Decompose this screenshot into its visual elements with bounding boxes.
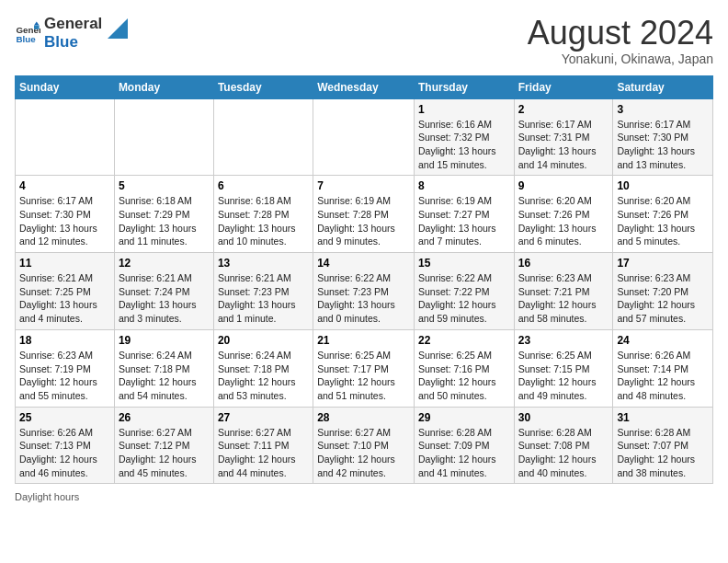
- day-number: 16: [518, 257, 609, 270]
- day-number: 22: [418, 334, 510, 347]
- footer: Daylight hours: [15, 491, 713, 502]
- day-info: Sunrise: 6:25 AMSunset: 7:16 PMDaylight:…: [418, 349, 510, 403]
- calendar-cell: 20Sunrise: 6:24 AMSunset: 7:18 PMDayligh…: [213, 329, 313, 407]
- calendar-cell: 12Sunrise: 6:21 AMSunset: 7:24 PMDayligh…: [114, 253, 213, 330]
- day-info: Sunrise: 6:18 AMSunset: 7:28 PMDaylight:…: [218, 194, 309, 248]
- day-info: Sunrise: 6:25 AMSunset: 7:17 PMDaylight:…: [317, 349, 410, 403]
- day-number: 31: [617, 411, 709, 424]
- calendar-cell: 22Sunrise: 6:25 AMSunset: 7:16 PMDayligh…: [414, 329, 514, 407]
- calendar-cell: [213, 98, 313, 176]
- day-number: 15: [418, 257, 510, 270]
- day-number: 21: [317, 334, 410, 347]
- day-info: Sunrise: 6:17 AMSunset: 7:31 PMDaylight:…: [518, 118, 609, 172]
- day-header-wednesday: Wednesday: [313, 75, 415, 98]
- calendar-cell: 24Sunrise: 6:26 AMSunset: 7:14 PMDayligh…: [613, 329, 713, 407]
- day-info: Sunrise: 6:20 AMSunset: 7:26 PMDaylight:…: [518, 194, 609, 248]
- day-info: Sunrise: 6:16 AMSunset: 7:32 PMDaylight:…: [418, 118, 510, 172]
- day-number: 12: [119, 257, 210, 270]
- calendar-cell: 11Sunrise: 6:21 AMSunset: 7:25 PMDayligh…: [16, 253, 115, 330]
- calendar-cell: 4Sunrise: 6:17 AMSunset: 7:30 PMDaylight…: [16, 176, 115, 253]
- day-number: 26: [119, 411, 210, 424]
- day-number: 7: [317, 179, 410, 192]
- day-header-saturday: Saturday: [613, 75, 713, 98]
- day-number: 10: [617, 179, 709, 192]
- calendar-cell: 7Sunrise: 6:19 AMSunset: 7:28 PMDaylight…: [313, 176, 415, 253]
- calendar-cell: 28Sunrise: 6:27 AMSunset: 7:10 PMDayligh…: [313, 407, 415, 484]
- calendar-week-5: 25Sunrise: 6:26 AMSunset: 7:13 PMDayligh…: [16, 407, 713, 484]
- day-info: Sunrise: 6:19 AMSunset: 7:27 PMDaylight:…: [418, 194, 510, 248]
- day-info: Sunrise: 6:19 AMSunset: 7:28 PMDaylight:…: [317, 194, 410, 248]
- calendar-cell: 6Sunrise: 6:18 AMSunset: 7:28 PMDaylight…: [213, 176, 313, 253]
- day-info: Sunrise: 6:27 AMSunset: 7:11 PMDaylight:…: [218, 426, 309, 480]
- logo-triangle-icon: [108, 18, 128, 39]
- day-number: 28: [317, 411, 410, 424]
- calendar-cell: 18Sunrise: 6:23 AMSunset: 7:19 PMDayligh…: [16, 329, 115, 407]
- day-number: 11: [19, 257, 110, 270]
- day-info: Sunrise: 6:28 AMSunset: 7:08 PMDaylight:…: [518, 426, 609, 480]
- day-info: Sunrise: 6:28 AMSunset: 7:09 PMDaylight:…: [418, 426, 510, 480]
- day-info: Sunrise: 6:22 AMSunset: 7:22 PMDaylight:…: [418, 271, 510, 326]
- calendar-cell: 15Sunrise: 6:22 AMSunset: 7:22 PMDayligh…: [414, 253, 514, 330]
- calendar-cell: 2Sunrise: 6:17 AMSunset: 7:31 PMDaylight…: [514, 98, 613, 176]
- calendar-week-1: 1Sunrise: 6:16 AMSunset: 7:32 PMDaylight…: [16, 98, 713, 176]
- day-header-sunday: Sunday: [16, 75, 115, 98]
- day-number: 27: [218, 411, 309, 424]
- day-info: Sunrise: 6:24 AMSunset: 7:18 PMDaylight:…: [218, 349, 309, 403]
- day-number: 2: [518, 103, 609, 116]
- calendar-week-2: 4Sunrise: 6:17 AMSunset: 7:30 PMDaylight…: [16, 176, 713, 253]
- svg-marker-2: [34, 21, 40, 25]
- calendar-table: SundayMondayTuesdayWednesdayThursdayFrid…: [15, 75, 713, 485]
- day-info: Sunrise: 6:17 AMSunset: 7:30 PMDaylight:…: [617, 118, 709, 172]
- logo-blue: Blue: [44, 33, 102, 52]
- calendar-cell: 9Sunrise: 6:20 AMSunset: 7:26 PMDaylight…: [514, 176, 613, 253]
- svg-marker-4: [108, 18, 128, 39]
- day-info: Sunrise: 6:24 AMSunset: 7:18 PMDaylight:…: [119, 349, 210, 403]
- day-header-friday: Friday: [514, 75, 613, 98]
- calendar-cell: 19Sunrise: 6:24 AMSunset: 7:18 PMDayligh…: [114, 329, 213, 407]
- title-area: August 2024 Yonakuni, Okinawa, Japan: [528, 15, 713, 66]
- day-number: 8: [418, 179, 510, 192]
- calendar-cell: 29Sunrise: 6:28 AMSunset: 7:09 PMDayligh…: [414, 407, 514, 484]
- day-info: Sunrise: 6:20 AMSunset: 7:26 PMDaylight:…: [617, 194, 709, 248]
- day-info: Sunrise: 6:17 AMSunset: 7:30 PMDaylight:…: [19, 194, 110, 248]
- calendar-week-3: 11Sunrise: 6:21 AMSunset: 7:25 PMDayligh…: [16, 253, 713, 330]
- logo-general: General: [44, 15, 102, 33]
- day-number: 18: [19, 334, 110, 347]
- calendar-cell: 14Sunrise: 6:22 AMSunset: 7:23 PMDayligh…: [313, 253, 415, 330]
- day-info: Sunrise: 6:26 AMSunset: 7:14 PMDaylight:…: [617, 349, 709, 403]
- calendar-cell: 27Sunrise: 6:27 AMSunset: 7:11 PMDayligh…: [213, 407, 313, 484]
- calendar-cell: [114, 98, 213, 176]
- day-number: 3: [617, 103, 709, 116]
- day-number: 20: [218, 334, 309, 347]
- day-number: 23: [518, 334, 609, 347]
- day-info: Sunrise: 6:18 AMSunset: 7:29 PMDaylight:…: [119, 194, 210, 248]
- day-info: Sunrise: 6:22 AMSunset: 7:23 PMDaylight:…: [317, 271, 410, 326]
- day-number: 30: [518, 411, 609, 424]
- day-info: Sunrise: 6:28 AMSunset: 7:07 PMDaylight:…: [617, 426, 709, 480]
- calendar-cell: 16Sunrise: 6:23 AMSunset: 7:21 PMDayligh…: [514, 253, 613, 330]
- day-number: 9: [518, 179, 609, 192]
- day-number: 13: [218, 257, 309, 270]
- day-header-tuesday: Tuesday: [213, 75, 313, 98]
- day-number: 17: [617, 257, 709, 270]
- page-header: General Blue General Blue August 2024 Yo…: [15, 15, 713, 66]
- calendar-cell: 5Sunrise: 6:18 AMSunset: 7:29 PMDaylight…: [114, 176, 213, 253]
- day-info: Sunrise: 6:23 AMSunset: 7:21 PMDaylight:…: [518, 271, 609, 326]
- calendar-week-4: 18Sunrise: 6:23 AMSunset: 7:19 PMDayligh…: [16, 329, 713, 407]
- calendar-cell: 8Sunrise: 6:19 AMSunset: 7:27 PMDaylight…: [414, 176, 514, 253]
- calendar-cell: 1Sunrise: 6:16 AMSunset: 7:32 PMDaylight…: [414, 98, 514, 176]
- day-number: 25: [19, 411, 110, 424]
- calendar-cell: 23Sunrise: 6:25 AMSunset: 7:15 PMDayligh…: [514, 329, 613, 407]
- calendar-cell: 3Sunrise: 6:17 AMSunset: 7:30 PMDaylight…: [613, 98, 713, 176]
- calendar-cell: 10Sunrise: 6:20 AMSunset: 7:26 PMDayligh…: [613, 176, 713, 253]
- calendar-cell: 21Sunrise: 6:25 AMSunset: 7:17 PMDayligh…: [313, 329, 415, 407]
- day-info: Sunrise: 6:26 AMSunset: 7:13 PMDaylight:…: [19, 426, 110, 480]
- day-number: 1: [418, 103, 510, 116]
- day-info: Sunrise: 6:27 AMSunset: 7:12 PMDaylight:…: [119, 426, 210, 480]
- day-header-thursday: Thursday: [414, 75, 514, 98]
- calendar-cell: 13Sunrise: 6:21 AMSunset: 7:23 PMDayligh…: [213, 253, 313, 330]
- calendar-cell: 30Sunrise: 6:28 AMSunset: 7:08 PMDayligh…: [514, 407, 613, 484]
- day-number: 19: [119, 334, 210, 347]
- subtitle: Yonakuni, Okinawa, Japan: [528, 52, 713, 66]
- calendar-cell: [313, 98, 415, 176]
